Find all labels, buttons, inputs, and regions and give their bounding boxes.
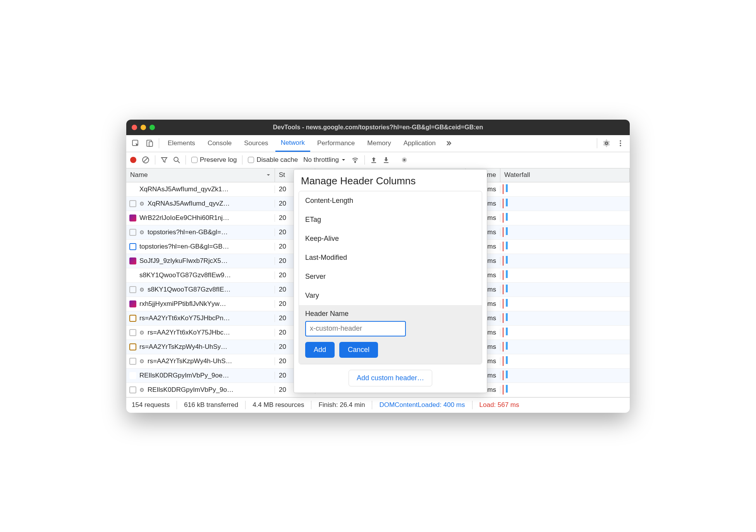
header-item[interactable]: Keep-Alive	[299, 229, 482, 248]
waterfall-cell	[500, 242, 630, 251]
file-icon	[129, 229, 136, 236]
status-bar: 154 requests 616 kB transferred 4.4 MB r…	[126, 397, 630, 413]
col-waterfall[interactable]: Waterfall	[500, 168, 630, 182]
waterfall-cell	[500, 270, 630, 280]
header-item[interactable]: Last-Modified	[299, 248, 482, 267]
waterfall-cell	[500, 213, 630, 223]
request-name: rs=AA2YrTt6xKoY75JHbcPn…	[139, 314, 230, 322]
file-icon	[129, 257, 136, 264]
header-item[interactable]: Vary	[299, 286, 482, 305]
request-name: XqRNAsJ5AwfIumd_qyvZk1…	[139, 185, 229, 193]
inspect-icon[interactable]	[129, 137, 142, 149]
file-icon	[129, 300, 136, 307]
request-name: topstories?hl=en-GB&gl=GB…	[139, 243, 229, 251]
svg-point-5	[620, 145, 621, 146]
request-name: REIlsK0DRGpyImVbPy_9oe…	[139, 372, 229, 379]
network-conditions-icon[interactable]	[351, 156, 359, 164]
waterfall-cell	[500, 299, 630, 309]
svg-point-8	[355, 162, 356, 163]
resources-size: 4.4 MB resources	[253, 401, 304, 409]
gear-icon: ⚙	[139, 201, 144, 207]
tab-application[interactable]: Application	[398, 135, 441, 152]
tab-performance[interactable]: Performance	[312, 135, 360, 152]
tab-sources[interactable]: Sources	[239, 135, 273, 152]
file-icon	[129, 200, 136, 207]
tab-network[interactable]: Network	[275, 135, 310, 152]
device-toggle-icon[interactable]	[143, 137, 156, 149]
record-button[interactable]	[130, 157, 136, 163]
file-icon	[129, 386, 136, 393]
close-window[interactable]	[132, 125, 137, 130]
request-name: rxh5jjHyxmiPPtibflJvNkYyw…	[139, 300, 226, 308]
main-tabs: Elements Console Sources Network Perform…	[126, 135, 630, 152]
svg-point-3	[620, 140, 621, 142]
window-title: DevTools - news.google.com/topstories?hl…	[126, 124, 630, 131]
header-name-label: Header Name	[305, 310, 476, 318]
more-tabs-icon[interactable]	[443, 137, 455, 149]
finish-time: Finish: 26.4 min	[318, 401, 365, 409]
file-icon	[129, 343, 136, 350]
file-icon	[129, 272, 136, 279]
minimize-window[interactable]	[141, 125, 146, 130]
svg-point-7	[174, 157, 178, 161]
request-name: rs=AA2YrTsKzpWy4h-UhS…	[148, 357, 232, 365]
col-name[interactable]: Name	[126, 168, 275, 182]
disable-cache-checkbox[interactable]: Disable cache	[248, 156, 298, 164]
tab-memory[interactable]: Memory	[362, 135, 396, 152]
waterfall-cell	[500, 385, 630, 395]
dom-content-loaded: DOMContentLoaded: 400 ms	[379, 401, 465, 409]
request-name: rs=AA2YrTt6xKoY75JHbc…	[148, 329, 230, 336]
chevron-down-icon	[341, 158, 346, 162]
panel-settings-icon[interactable]	[400, 156, 408, 164]
request-name: topstories?hl=en-GB&gl=…	[148, 228, 228, 236]
gear-icon: ⚙	[139, 229, 144, 235]
request-name: REIlsK0DRGpyImVbPy_9o…	[148, 386, 234, 394]
request-name: s8KY1QwooTG87Gzv8fIEw9…	[139, 271, 231, 279]
waterfall-cell	[500, 227, 630, 237]
file-icon	[129, 186, 136, 193]
gear-icon: ⚙	[139, 329, 144, 336]
request-name: rs=AA2YrTsKzpWy4h-UhSy…	[139, 343, 227, 351]
preserve-log-checkbox[interactable]: Preserve log	[191, 156, 237, 164]
add-custom-header-button[interactable]: Add custom header…	[349, 370, 432, 386]
header-item[interactable]: Server	[299, 267, 482, 286]
devtools-window: DevTools - news.google.com/topstories?hl…	[126, 120, 630, 413]
header-name-form: Header Name Add Cancel	[299, 305, 482, 364]
request-name: WrB22rlJoIoEe9CHhi60R1nj…	[139, 214, 229, 222]
filter-icon[interactable]	[161, 156, 168, 163]
kebab-menu-icon[interactable]	[614, 137, 627, 149]
settings-icon[interactable]	[600, 137, 613, 149]
search-icon[interactable]	[173, 156, 180, 163]
header-item[interactable]: Content-Length	[299, 191, 482, 210]
waterfall-cell	[500, 313, 630, 323]
waterfall-cell	[500, 371, 630, 380]
header-item[interactable]: ETag	[299, 210, 482, 229]
download-icon[interactable]	[383, 156, 390, 163]
throttling-select[interactable]: No throttling	[303, 156, 346, 164]
upload-icon[interactable]	[370, 156, 377, 163]
file-icon	[129, 329, 136, 336]
file-icon	[129, 286, 136, 293]
gear-icon: ⚙	[139, 358, 144, 364]
svg-point-4	[620, 142, 621, 144]
waterfall-cell	[500, 285, 630, 294]
clear-icon[interactable]	[142, 156, 149, 164]
add-button[interactable]: Add	[305, 342, 335, 358]
request-name: SoJfJ9_9zIykuFIwxb7RjcX5…	[139, 257, 228, 265]
network-content: Name St Time Waterfall XqRNAsJ5AwfIumd_q…	[126, 168, 630, 397]
tab-elements[interactable]: Elements	[162, 135, 201, 152]
sort-icon	[266, 173, 271, 177]
transferred-size: 616 kB transferred	[184, 401, 238, 409]
cancel-button[interactable]: Cancel	[339, 342, 378, 358]
waterfall-cell	[500, 256, 630, 266]
titlebar: DevTools - news.google.com/topstories?hl…	[126, 120, 630, 135]
tab-console[interactable]: Console	[202, 135, 237, 152]
manage-header-columns-dialog: Manage Header Columns Content-Length ETa…	[294, 169, 487, 393]
file-icon	[129, 243, 136, 250]
traffic-lights	[132, 125, 155, 130]
waterfall-cell	[500, 356, 630, 366]
request-name: s8KY1QwooTG87Gzv8fIE…	[148, 286, 230, 293]
header-name-input[interactable]	[305, 321, 406, 336]
zoom-window[interactable]	[149, 125, 155, 130]
gear-icon: ⚙	[139, 387, 144, 393]
